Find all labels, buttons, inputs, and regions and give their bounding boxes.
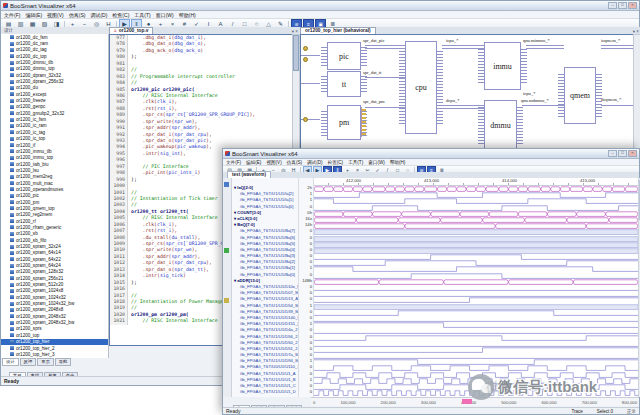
block-pm[interactable]: pm	[327, 105, 361, 140]
tree-item-label: or1200_spram_256x21	[16, 276, 63, 281]
menu-E[interactable]: 编辑(E)	[25, 12, 42, 18]
signal-wave[interactable]	[314, 236, 638, 242]
overview-label: 300,000	[421, 400, 436, 405]
menu-T[interactable]: 工具(T)	[348, 160, 363, 165]
menu-C[interactable]: 检查(C)	[112, 12, 129, 18]
block-cpu[interactable]: cpu	[405, 41, 437, 134]
menu-D[interactable]: 调试(D)	[307, 160, 323, 165]
signal-name[interactable]: /tb_FPGA/t_TST/U1/U1/D54_M1_IN	[232, 303, 298, 309]
menu-W[interactable]: 窗口(W)	[368, 160, 385, 165]
tab-3[interactable]: 导航	[55, 358, 72, 366]
signal-wave[interactable]	[314, 223, 638, 229]
module-icon	[10, 99, 14, 103]
signal-wave[interactable]	[314, 341, 638, 347]
signal-wave[interactable]	[314, 316, 638, 322]
menu-V[interactable]: 视图(V)	[266, 160, 281, 165]
signal-wave[interactable]	[314, 279, 638, 285]
block-immu[interactable]: immu	[484, 42, 521, 90]
menu-W[interactable]: 窗口(W)	[156, 12, 174, 18]
tree-item-label: or1200_qmem_top	[16, 206, 55, 211]
signal-wave[interactable]	[314, 217, 638, 223]
block-dmmu[interactable]: dmmu	[484, 100, 517, 150]
signal-wave[interactable]	[314, 248, 638, 254]
signal-name[interactable]: /tb_FPGA/t_TST/U1/U1/Ba[6]	[232, 235, 298, 241]
module-icon	[10, 270, 14, 274]
block-tt[interactable]: tt	[327, 71, 361, 97]
menu-S[interactable]: 仿真(S)	[69, 12, 86, 18]
signal-name[interactable]: /tb_FPGA/t_TST/U1/U1/U1_D	[232, 389, 298, 395]
signal-wave[interactable]	[314, 291, 638, 297]
input-stub	[301, 55, 320, 56]
menu-D[interactable]: 调试(D)	[90, 12, 107, 18]
close-button[interactable]: ×	[628, 150, 637, 157]
signal-wave[interactable]	[314, 328, 638, 334]
signal-name[interactable]: /tb_FPGA/t_TST/U1/U1/Ia[1]	[232, 197, 298, 203]
block-qmem[interactable]: qmem	[564, 67, 596, 124]
signal-name[interactable]: /tb_FPGA/t_TST/U1/U1/Ba[7]	[232, 228, 298, 234]
signal-wave[interactable]	[314, 353, 638, 359]
signal-name[interactable]: /tb_FPGA/t_TST/U1/U1/D4a_2	[232, 327, 298, 333]
bus-line	[365, 107, 405, 108]
menu-S[interactable]: 仿真(S)	[287, 160, 302, 165]
wave-overview-ruler[interactable]: 0100,000200,000300,000400,000500,000600,…	[311, 397, 639, 406]
signal-wave[interactable]	[314, 304, 638, 310]
wave-status-trace: Trace	[571, 409, 582, 414]
marker-icon[interactable]	[224, 248, 229, 253]
menu-C[interactable]: 检查(C)	[328, 160, 344, 165]
marker-icon[interactable]	[224, 298, 229, 303]
signal-wave[interactable]	[314, 229, 638, 235]
minimize-button[interactable]: –	[608, 150, 617, 157]
signal-name[interactable]: /tb_FPGA/t_TST/U1/U1/Ia[0]	[232, 204, 298, 210]
tab-1[interactable]: 原理	[20, 358, 37, 366]
wave-menubar: 文件(F)编辑(E)视图(V)仿真(S)调试(D)检查(C)工具(T)窗口(W)…	[223, 159, 639, 166]
wave-plot-area[interactable]: 412,000413,000414,000415,000	[314, 178, 638, 397]
module-icon	[10, 67, 14, 71]
tree-item[interactable]: or1200_top_hier_3	[1, 351, 108, 357]
signal-name[interactable]: /tb_FPGA/t_TST/U1/U1/Ba[1]	[232, 265, 298, 271]
wave-ruler[interactable]: 412,000413,000414,000415,000	[314, 178, 638, 186]
signal-wave[interactable]	[314, 205, 638, 211]
signal-name[interactable]: /tb_FPGA/t_TST/U1/U1/Ba[0]	[232, 272, 298, 278]
signal-name[interactable]: /tb_FPGA/t_TST/U1/U1/D50_2	[232, 340, 298, 346]
signal-name[interactable]: /tb_FPGA/t_TST/U0/U1/U110_10_2M	[232, 364, 298, 370]
signal-name[interactable]: /tb_FPGA/t_TST/U1/U1/D13_A	[232, 296, 298, 302]
close-button[interactable]: ×	[628, 2, 637, 9]
menu-F[interactable]: 文件(F)	[226, 160, 241, 165]
menu-F[interactable]: 文件(F)	[4, 12, 20, 18]
menu-H[interactable]: 帮助(H)	[179, 12, 196, 18]
signal-wave[interactable]	[314, 242, 638, 248]
bus-line	[442, 48, 484, 49]
signal-wave[interactable]	[314, 365, 638, 371]
menu-T[interactable]: 工具(T)	[134, 12, 150, 18]
module-icon	[10, 327, 14, 331]
tree-item-label: or1200_dc_tag	[16, 47, 47, 52]
maximize-button[interactable]: □	[618, 150, 627, 157]
menu-H[interactable]: 帮助(H)	[390, 160, 406, 165]
tab-2[interactable]: 显示	[37, 358, 54, 366]
signal-wave[interactable]	[314, 285, 638, 291]
signal-name[interactable]: /tb_FPGA/t_TST/U1/U1/D56_2	[232, 334, 298, 340]
wave-titlebar[interactable]: BooSmart Visualizer x64 – □ ×	[223, 149, 639, 159]
signal-wave[interactable]	[314, 198, 638, 204]
marker-icon[interactable]	[224, 182, 229, 187]
wave-tab[interactable]: test (waveform)	[227, 171, 271, 178]
menu-E[interactable]: 编辑(E)	[246, 160, 261, 165]
main-titlebar[interactable]: BooSmart Visualizer x64 – □ ×	[1, 1, 639, 11]
module-icon	[10, 105, 14, 109]
overview-cursor[interactable]	[462, 399, 472, 404]
menu-V[interactable]: 视图(V)	[47, 12, 64, 18]
signal-name[interactable]: /tb_FPGA/t_TST/U1/U1/U1_A	[232, 371, 298, 377]
schematic-tab[interactable]: or1200_top_hier (behavioral)	[300, 27, 376, 34]
signal-wave[interactable]	[314, 378, 638, 384]
signal-wave[interactable]	[314, 390, 638, 396]
signal-wave[interactable]	[314, 211, 638, 217]
signal-name[interactable]: /tb_FPGA/t_TST/U1/U1/Ba[5]	[232, 241, 298, 247]
tree-item-label: or1200_immu_tlb	[16, 149, 52, 154]
minimize-button[interactable]: –	[608, 2, 617, 9]
block-pic[interactable]: pic	[327, 42, 361, 70]
signal-value-column: 2h1100h16x14h0000001014Bh000100100000100…	[299, 178, 314, 397]
maximize-button[interactable]: □	[618, 2, 627, 9]
bus-line	[365, 48, 405, 49]
editor-tab[interactable]: ≡ or1200_top.v	[109, 27, 153, 34]
tab-0[interactable]: 设计	[2, 358, 19, 366]
